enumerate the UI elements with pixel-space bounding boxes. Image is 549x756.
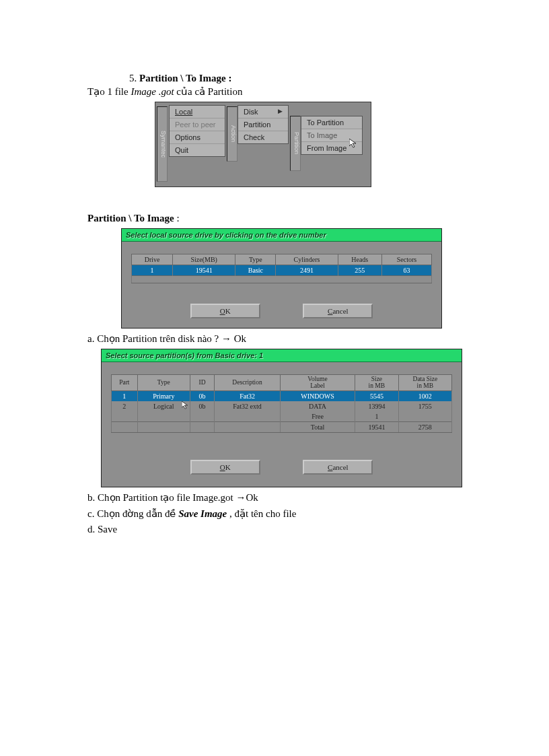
- section-5-heading: 5. Partition \ To Image :: [129, 73, 462, 84]
- select-drive-title: Select local source drive by clicking on…: [122, 229, 441, 242]
- ghost-menu-screenshot: Symantec Local Peer to peer Options Quit…: [155, 102, 371, 187]
- heading-number: 5.: [129, 73, 137, 83]
- menu-col-3: To Partition To Image From Image: [301, 116, 363, 155]
- menu-item-local[interactable]: Local: [170, 106, 225, 118]
- menu-col-2: Disk▶ Partition Check: [237, 105, 289, 144]
- section-partition-to-image: Partition \ To Image :: [87, 213, 462, 224]
- cancel-button[interactable]: Cancel: [303, 304, 373, 318]
- menu-item-peer[interactable]: Peer to peer: [170, 118, 225, 131]
- partition-row-total: Total 19541 2758: [112, 421, 452, 432]
- heading-title: Partition \ To Image: [139, 73, 226, 83]
- menu-item-to-image[interactable]: To Image: [301, 129, 362, 142]
- section-5-subline: Tạo 1 file Image .got của cả Partition: [87, 85, 462, 98]
- menu-item-to-partition[interactable]: To Partition: [301, 116, 362, 129]
- cursor-icon: [182, 401, 191, 411]
- symantec-tab: Symantec: [157, 106, 168, 182]
- select-drive-dialog: Select local source drive by clicking on…: [121, 228, 442, 329]
- menu-item-partition[interactable]: Partition: [238, 118, 288, 131]
- subline-prefix: Tạo 1 file: [87, 86, 131, 97]
- ok-button[interactable]: OK: [190, 460, 260, 475]
- menu-item-check[interactable]: Check: [238, 131, 288, 143]
- subline-suffix: của cả Partition: [174, 86, 243, 97]
- menu-col-1: Local Peer to peer Options Quit: [169, 105, 225, 157]
- select-partition-title: Select source partition(s) from Basic dr…: [102, 349, 462, 362]
- menu-item-options[interactable]: Options: [170, 131, 225, 144]
- subline-filename: Image .got: [131, 86, 174, 97]
- partition-row-free: Free 1: [112, 411, 452, 422]
- menu-item-disk[interactable]: Disk▶: [238, 106, 288, 118]
- partition-tab: Partition: [290, 116, 301, 171]
- menu-item-quit[interactable]: Quit: [170, 144, 225, 156]
- step-d: d. Save: [87, 524, 462, 535]
- arrow-icon: →: [221, 333, 231, 344]
- select-partition-dialog: Select source partition(s) from Basic dr…: [101, 349, 462, 487]
- action-tab: Action: [227, 106, 237, 162]
- drive-table: Drive Size(MB) Type Cylinders Heads Sect…: [131, 254, 432, 283]
- step-c: c. Chọn đờng dẫn đề Save Image , đặt tên…: [87, 508, 462, 520]
- step-b: b. Chọn Partition tạo file Image.got →Ok: [87, 491, 462, 504]
- drive-table-header: Drive Size(MB) Type Cylinders Heads Sect…: [132, 254, 432, 265]
- partition-table-header: Part Type ID Description VolumeLabel Siz…: [112, 375, 452, 391]
- menu-item-from-image[interactable]: From Image: [301, 142, 362, 154]
- partition-row-2[interactable]: 2 Logical 0b Fat32 extd DATA 13994 1755: [112, 401, 452, 411]
- arrow-icon: →: [235, 491, 246, 503]
- cancel-button[interactable]: Cancel: [303, 460, 373, 475]
- drive-row-1[interactable]: 1 19541 Basic 2491 255 63: [132, 265, 432, 276]
- heading-colon: :: [226, 73, 232, 83]
- svg-marker-1: [182, 401, 188, 409]
- step-a: a. Chọn Partition trên disk nào ? → Ok: [87, 333, 462, 345]
- partition-row-1[interactable]: 1 Primary 0b Fat32 WINDOWS 5545 1002: [112, 390, 452, 401]
- ok-button[interactable]: OK: [190, 304, 260, 318]
- partition-table: Part Type ID Description VolumeLabel Siz…: [111, 374, 452, 433]
